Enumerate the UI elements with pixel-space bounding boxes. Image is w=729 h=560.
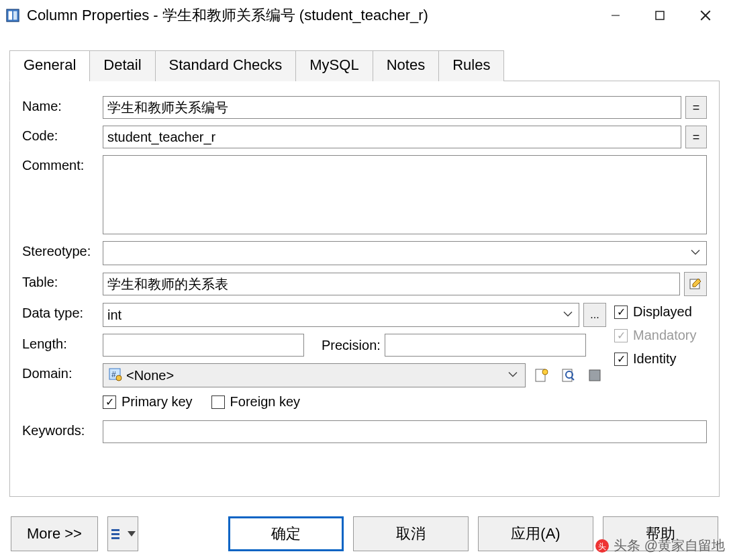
dialog-footer: More >> 确定 取消 应用(A) 帮助: [0, 508, 729, 560]
table-input[interactable]: [103, 273, 680, 295]
svg-text:#: #: [111, 370, 116, 379]
datatype-combo[interactable]: int: [103, 303, 579, 327]
svg-rect-2: [13, 11, 17, 20]
apply-button[interactable]: 应用(A): [478, 516, 593, 551]
name-label: Name:: [22, 96, 103, 114]
code-input[interactable]: [103, 126, 681, 148]
ok-button[interactable]: 确定: [228, 516, 344, 551]
precision-input[interactable]: [385, 334, 586, 357]
mandatory-checkbox[interactable]: ✓Mandatory: [614, 328, 707, 343]
svg-rect-17: [111, 529, 119, 531]
domain-combo[interactable]: # <None>: [103, 363, 526, 387]
keywords-label: Keywords:: [22, 420, 103, 438]
datatype-value: int: [107, 308, 122, 323]
chevron-down-icon: [690, 246, 701, 261]
name-input[interactable]: [103, 96, 681, 119]
table-properties-button[interactable]: [684, 272, 707, 296]
chevron-down-icon: [507, 368, 518, 383]
minimize-button[interactable]: [593, 0, 638, 31]
precision-label: Precision:: [322, 338, 381, 353]
tools-menu-button[interactable]: [107, 516, 138, 551]
maximize-button[interactable]: [638, 0, 682, 31]
window-title: Column Properties - 学生和教师关系编号 (student_t…: [27, 5, 593, 26]
chevron-down-icon: [563, 308, 573, 323]
svg-rect-19: [111, 537, 119, 539]
domain-icon: #: [107, 367, 122, 385]
datatype-browse-button[interactable]: ...: [583, 303, 606, 327]
svg-point-10: [116, 375, 122, 381]
comment-label: Comment:: [22, 155, 103, 173]
tab-strip: General Detail Standard Checks MySQL Not…: [9, 50, 720, 81]
svg-rect-18: [111, 533, 119, 535]
tab-mysql[interactable]: MySQL: [295, 50, 373, 81]
displayed-checkbox[interactable]: ✓Displayed: [614, 304, 707, 320]
length-label: Length:: [22, 334, 103, 352]
app-icon: [5, 8, 20, 23]
name-equals-button[interactable]: =: [685, 96, 707, 119]
help-button[interactable]: 帮助: [603, 516, 718, 551]
tab-general[interactable]: General: [9, 50, 90, 81]
datatype-label: Data type:: [22, 303, 103, 321]
cancel-button[interactable]: 取消: [353, 516, 469, 551]
svg-rect-1: [9, 11, 12, 20]
identity-checkbox[interactable]: ✓Identity: [614, 351, 707, 367]
code-label: Code:: [22, 126, 103, 144]
more-button[interactable]: More >>: [11, 516, 98, 551]
svg-rect-16: [589, 370, 600, 381]
tools-icon: [110, 527, 124, 541]
domain-properties-button[interactable]: [583, 363, 606, 387]
stereotype-label: Stereotype:: [22, 241, 103, 259]
code-equals-button[interactable]: =: [685, 126, 707, 148]
primary-key-checkbox[interactable]: ✓Primary key: [103, 394, 193, 410]
tab-rules[interactable]: Rules: [438, 50, 504, 81]
close-button[interactable]: [682, 0, 729, 31]
domain-label: Domain:: [22, 363, 103, 381]
length-input[interactable]: [103, 334, 304, 357]
title-bar: Column Properties - 学生和教师关系编号 (student_t…: [0, 0, 729, 31]
domain-value: <None>: [126, 368, 174, 383]
stereotype-combo[interactable]: [103, 241, 707, 265]
domain-find-button[interactable]: [556, 363, 579, 387]
domain-new-button[interactable]: [530, 363, 552, 387]
comment-textarea[interactable]: [103, 155, 707, 234]
tab-detail[interactable]: Detail: [89, 50, 155, 81]
window-controls: [593, 0, 729, 31]
keywords-input[interactable]: [103, 420, 707, 443]
svg-point-12: [542, 369, 548, 375]
tab-notes[interactable]: Notes: [373, 50, 439, 81]
svg-rect-4: [656, 11, 664, 19]
chevron-down-icon: [128, 531, 136, 536]
tab-panel-general: Name: = Code: = Comment: Stereotype:: [9, 81, 720, 497]
table-label: Table:: [22, 272, 103, 290]
tab-standard-checks[interactable]: Standard Checks: [155, 50, 297, 81]
foreign-key-checkbox[interactable]: Foreign key: [211, 394, 301, 410]
